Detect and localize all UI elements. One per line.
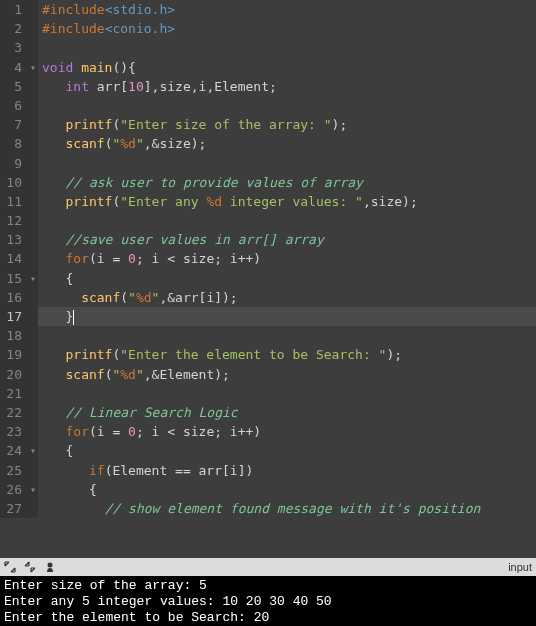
code-content[interactable]: printf("Enter size of the array: "); <box>38 115 536 134</box>
svg-point-0 <box>48 563 53 568</box>
line-number: 23 <box>0 422 28 441</box>
code-line[interactable]: 4▾void main(){ <box>0 58 536 77</box>
fold-marker <box>28 384 38 403</box>
code-content[interactable] <box>38 211 536 230</box>
code-content[interactable] <box>38 96 536 115</box>
code-content[interactable]: // show element found message with it's … <box>38 499 536 518</box>
code-content[interactable]: void main(){ <box>38 58 536 77</box>
line-number: 16 <box>0 288 28 307</box>
line-number: 13 <box>0 230 28 249</box>
code-line[interactable]: 14 for(i = 0; i < size; i++) <box>0 249 536 268</box>
code-line[interactable]: 7 printf("Enter size of the array: "); <box>0 115 536 134</box>
run-icon[interactable] <box>44 561 56 573</box>
code-content[interactable]: // Linear Search Logic <box>38 403 536 422</box>
code-content[interactable]: int arr[10],size,i,Element; <box>38 77 536 96</box>
line-number: 9 <box>0 154 28 173</box>
line-number: 15 <box>0 269 28 288</box>
code-content[interactable]: for(i = 0; i < size; i++) <box>38 249 536 268</box>
fold-marker <box>28 19 38 38</box>
fold-marker <box>28 326 38 345</box>
code-line[interactable]: 26▾ { <box>0 480 536 499</box>
code-content[interactable]: } <box>38 307 536 326</box>
fold-marker <box>28 134 38 153</box>
code-editor[interactable]: 1#include<stdio.h>2#include<conio.h>34▾v… <box>0 0 536 558</box>
fold-marker <box>28 173 38 192</box>
line-number: 12 <box>0 211 28 230</box>
code-content[interactable] <box>38 384 536 403</box>
code-content[interactable]: //save user values in arr[] array <box>38 230 536 249</box>
code-content[interactable] <box>38 326 536 345</box>
code-line[interactable]: 24▾ { <box>0 441 536 460</box>
line-number: 5 <box>0 77 28 96</box>
code-line[interactable]: 2#include<conio.h> <box>0 19 536 38</box>
fold-marker <box>28 307 38 326</box>
line-number: 21 <box>0 384 28 403</box>
line-number: 26 <box>0 480 28 499</box>
expand-icon[interactable] <box>4 561 16 573</box>
code-line[interactable]: 25 if(Element == arr[i]) <box>0 461 536 480</box>
code-line[interactable]: 12 <box>0 211 536 230</box>
fold-marker <box>28 365 38 384</box>
code-line[interactable]: 17 } <box>0 307 536 326</box>
code-content[interactable]: #include<stdio.h> <box>38 0 536 19</box>
code-line[interactable]: 18 <box>0 326 536 345</box>
terminal-output[interactable]: Enter size of the array: 5 Enter any 5 i… <box>0 576 536 626</box>
fold-marker[interactable]: ▾ <box>28 269 38 288</box>
code-content[interactable]: { <box>38 269 536 288</box>
code-line[interactable]: 13 //save user values in arr[] array <box>0 230 536 249</box>
code-line[interactable]: 3 <box>0 38 536 57</box>
fold-marker[interactable]: ▾ <box>28 441 38 460</box>
fold-marker <box>28 96 38 115</box>
code-content[interactable] <box>38 154 536 173</box>
code-line[interactable]: 19 printf("Enter the element to be Searc… <box>0 345 536 364</box>
code-content[interactable]: for(i = 0; i < size; i++) <box>38 422 536 441</box>
code-line[interactable]: 20 scanf("%d",&Element); <box>0 365 536 384</box>
code-content[interactable]: scanf("%d",&Element); <box>38 365 536 384</box>
fold-marker <box>28 77 38 96</box>
code-line[interactable]: 6 <box>0 96 536 115</box>
code-line[interactable]: 27 // show element found message with it… <box>0 499 536 518</box>
code-line[interactable]: 5 int arr[10],size,i,Element; <box>0 77 536 96</box>
code-line[interactable]: 15▾ { <box>0 269 536 288</box>
code-content[interactable]: scanf("%d",&size); <box>38 134 536 153</box>
line-number: 18 <box>0 326 28 345</box>
collapse-icon[interactable] <box>24 561 36 573</box>
fold-marker <box>28 192 38 211</box>
line-number: 17 <box>0 307 28 326</box>
code-content[interactable]: printf("Enter any %d integer values: ",s… <box>38 192 536 211</box>
line-number: 6 <box>0 96 28 115</box>
code-content[interactable]: { <box>38 441 536 460</box>
code-line[interactable]: 10 // ask user to provide values of arra… <box>0 173 536 192</box>
line-number: 25 <box>0 461 28 480</box>
fold-marker <box>28 461 38 480</box>
code-line[interactable]: 1#include<stdio.h> <box>0 0 536 19</box>
code-content[interactable] <box>38 38 536 57</box>
line-number: 3 <box>0 38 28 57</box>
code-line[interactable]: 8 scanf("%d",&size); <box>0 134 536 153</box>
code-content[interactable]: scanf("%d",&arr[i]); <box>38 288 536 307</box>
fold-marker[interactable]: ▾ <box>28 58 38 77</box>
line-number: 2 <box>0 19 28 38</box>
code-line[interactable]: 11 printf("Enter any %d integer values: … <box>0 192 536 211</box>
code-content[interactable]: // ask user to provide values of array <box>38 173 536 192</box>
code-line[interactable]: 9 <box>0 154 536 173</box>
line-number: 24 <box>0 441 28 460</box>
fold-marker <box>28 154 38 173</box>
toolbar: input <box>0 558 536 576</box>
fold-marker <box>28 499 38 518</box>
code-line[interactable]: 21 <box>0 384 536 403</box>
code-content[interactable]: #include<conio.h> <box>38 19 536 38</box>
code-line[interactable]: 16 scanf("%d",&arr[i]); <box>0 288 536 307</box>
fold-marker <box>28 0 38 19</box>
line-number: 10 <box>0 173 28 192</box>
line-number: 1 <box>0 0 28 19</box>
fold-marker <box>28 422 38 441</box>
code-line[interactable]: 22 // Linear Search Logic <box>0 403 536 422</box>
code-line[interactable]: 23 for(i = 0; i < size; i++) <box>0 422 536 441</box>
code-content[interactable]: { <box>38 480 536 499</box>
fold-marker <box>28 211 38 230</box>
fold-marker[interactable]: ▾ <box>28 480 38 499</box>
fold-marker <box>28 38 38 57</box>
code-content[interactable]: if(Element == arr[i]) <box>38 461 536 480</box>
code-content[interactable]: printf("Enter the element to be Search: … <box>38 345 536 364</box>
